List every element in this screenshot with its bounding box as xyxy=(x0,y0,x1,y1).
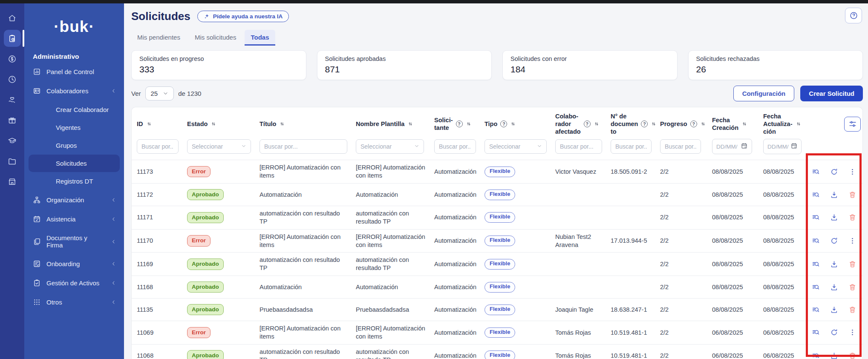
configure-columns-button[interactable] xyxy=(844,117,861,132)
filter-input-colaborador-afectado[interactable] xyxy=(555,139,602,154)
preview-search-icon[interactable] xyxy=(812,352,820,359)
rail-item-home[interactable] xyxy=(4,9,21,26)
sort-icon[interactable] xyxy=(700,121,706,127)
cell-fecha-actualizacion: 08/08/2025 xyxy=(758,160,805,184)
sort-icon[interactable] xyxy=(594,121,600,127)
download-icon[interactable] xyxy=(830,260,838,268)
configuracion-button[interactable]: Configuración xyxy=(733,86,795,101)
preview-search-icon[interactable] xyxy=(812,328,820,336)
filter-select-placeholder: Seleccionar xyxy=(360,143,392,150)
trash-icon[interactable] xyxy=(848,260,856,268)
sort-icon[interactable] xyxy=(510,121,516,127)
sidebar-item-organizacion[interactable]: Organización xyxy=(24,190,124,210)
sidebar-item-grupos[interactable]: Grupos xyxy=(29,137,120,154)
trash-icon[interactable] xyxy=(848,283,856,291)
sidebar-item-colaboradores[interactable]: Colaboradores xyxy=(24,81,124,101)
sidebar-item-onboarding[interactable]: Onboarding xyxy=(24,254,124,273)
filter-select-tipo[interactable]: Seleccionar xyxy=(484,139,547,154)
download-icon[interactable] xyxy=(830,283,838,291)
rail-item-time[interactable] xyxy=(4,71,21,88)
filter-date-fecha-creacion[interactable]: DD/MM/ xyxy=(712,139,752,154)
page-size-select[interactable]: 25 xyxy=(145,86,174,101)
kebab-menu-icon[interactable] xyxy=(848,237,856,245)
sidebar-item-gestion-de-activos[interactable]: Gestión de Activos xyxy=(24,273,124,293)
rail-item-rewards[interactable] xyxy=(4,112,21,129)
preview-search-icon[interactable] xyxy=(812,191,820,199)
rail-item-payroll[interactable] xyxy=(4,50,21,67)
retry-refresh-icon[interactable] xyxy=(830,328,838,336)
chevron-left-icon[interactable] xyxy=(111,299,116,305)
sort-icon[interactable] xyxy=(146,121,152,127)
crear-solicitud-button[interactable]: Crear Solicitud xyxy=(800,86,863,101)
cell-numero-documento: 10.519.481-1 xyxy=(606,344,655,359)
help-icon[interactable]: ? xyxy=(456,121,463,127)
rail-item-files[interactable] xyxy=(4,152,21,169)
help-icon[interactable]: ? xyxy=(584,121,591,127)
sidebar-item-registros-dt[interactable]: Registros DT xyxy=(29,172,120,190)
help-button[interactable] xyxy=(845,8,862,23)
filter-input-progreso[interactable] xyxy=(660,139,701,154)
filter-input-solicitante[interactable] xyxy=(434,139,476,154)
sort-icon[interactable] xyxy=(279,121,285,127)
ai-help-button[interactable]: Pídele ayuda a nuestra IA xyxy=(197,11,289,22)
tab-mis-pendientes[interactable]: Mis pendientes xyxy=(131,30,186,46)
sort-icon[interactable] xyxy=(407,121,413,127)
cell-progreso: 2/2 xyxy=(655,184,707,206)
filter-select-estado[interactable]: Seleccionar xyxy=(187,139,251,154)
kebab-menu-icon[interactable] xyxy=(848,168,856,176)
sort-icon[interactable] xyxy=(211,121,216,127)
filter-select-nombre-plantilla[interactable]: Seleccionar xyxy=(356,139,424,154)
rail-item-requests[interactable] xyxy=(4,30,21,47)
chevron-left-icon[interactable] xyxy=(111,88,116,94)
cell-nombre-plantilla: [ERROR] Automatización con items xyxy=(351,229,429,253)
trash-icon[interactable] xyxy=(848,191,856,199)
chevron-left-icon[interactable] xyxy=(111,239,116,244)
rail-item-company[interactable] xyxy=(4,173,21,190)
download-icon[interactable] xyxy=(830,306,838,314)
sidebar-item-panel-de-control[interactable]: Panel de Control xyxy=(24,62,124,81)
sidebar-item-otros[interactable]: Otros xyxy=(24,293,124,312)
preview-search-icon[interactable] xyxy=(812,168,820,176)
sidebar-item-documentos-y-firma[interactable]: Documentos y Firma xyxy=(24,229,124,254)
preview-search-icon[interactable] xyxy=(812,283,820,291)
app-body: ·buk· Administrativo Panel de ControlCol… xyxy=(0,3,868,359)
chevron-left-icon[interactable] xyxy=(111,216,116,222)
filter-date-fecha-actualizacion[interactable]: DD/MM/ xyxy=(763,139,802,154)
sort-icon[interactable] xyxy=(466,121,472,127)
chevron-left-icon[interactable] xyxy=(111,261,116,267)
filter-input-id[interactable] xyxy=(137,139,179,154)
chevron-left-icon[interactable] xyxy=(111,280,116,286)
sort-icon[interactable] xyxy=(651,121,657,127)
sidebar-item-vigentes[interactable]: Vigentes xyxy=(29,119,120,136)
download-icon[interactable] xyxy=(830,213,838,221)
sort-icon[interactable] xyxy=(796,121,802,127)
sidebar-item-asistencia[interactable]: Asistencia xyxy=(24,210,124,229)
sidebar-item-solicitudes[interactable]: Solicitudes xyxy=(29,155,120,172)
rail-item-training[interactable] xyxy=(4,132,21,149)
preview-search-icon[interactable] xyxy=(812,306,820,314)
preview-search-icon[interactable] xyxy=(812,237,820,245)
trash-icon[interactable] xyxy=(848,352,856,359)
help-icon[interactable]: ? xyxy=(641,121,648,127)
retry-refresh-icon[interactable] xyxy=(830,237,838,245)
rail-item-benefits[interactable] xyxy=(4,91,21,108)
kebab-menu-icon[interactable] xyxy=(848,328,856,336)
preview-search-icon[interactable] xyxy=(812,213,820,221)
sidebar-item-crear-colaborador[interactable]: Crear Colaborador xyxy=(29,101,120,118)
tab-mis-solicitudes[interactable]: Mis solicitudes xyxy=(189,30,242,46)
download-icon[interactable] xyxy=(830,352,838,359)
stat-value: 26 xyxy=(696,64,855,75)
trash-icon[interactable] xyxy=(848,213,856,221)
sort-icon[interactable] xyxy=(741,121,747,127)
help-icon[interactable]: ? xyxy=(690,121,697,127)
download-icon[interactable] xyxy=(830,191,838,199)
retry-refresh-icon[interactable] xyxy=(830,168,838,176)
help-icon[interactable]: ? xyxy=(500,121,507,127)
chevron-left-icon[interactable] xyxy=(111,197,116,203)
tab-todas[interactable]: Todas xyxy=(245,30,275,46)
filter-input-numero-documento[interactable] xyxy=(611,139,652,154)
filter-input-titulo[interactable] xyxy=(260,139,347,154)
trash-icon[interactable] xyxy=(848,306,856,314)
preview-search-icon[interactable] xyxy=(812,260,820,268)
cell-titulo: [ERROR] Automatización con items xyxy=(254,229,351,253)
